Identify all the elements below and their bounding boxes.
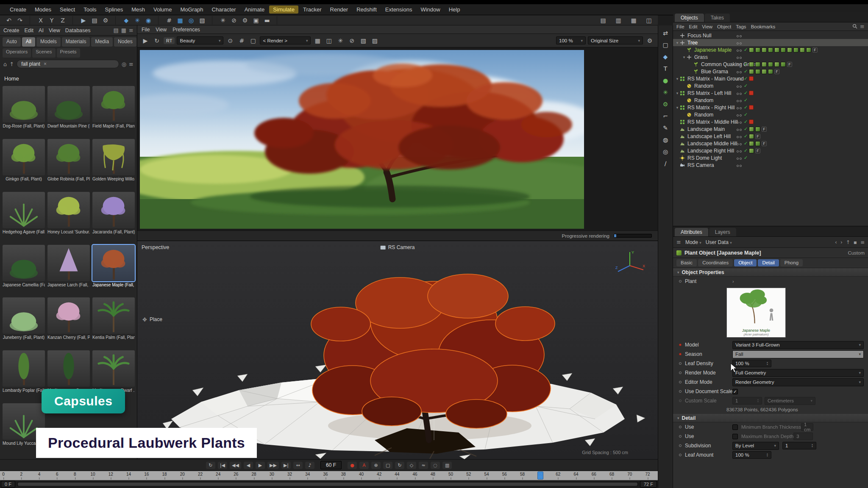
denoise-icon[interactable]: ▧ bbox=[359, 36, 368, 45]
text-tool-icon[interactable]: T bbox=[660, 64, 671, 74]
custom-scale-field[interactable]: 1▲▼ bbox=[732, 397, 762, 405]
filter-tab-models[interactable]: Models bbox=[36, 37, 61, 47]
star-icon[interactable]: ✳ bbox=[336, 36, 345, 45]
render-start-icon[interactable]: ▶ bbox=[141, 36, 150, 45]
material-tag[interactable] bbox=[749, 127, 754, 132]
om-item-landscape-main[interactable]: Landscape Main✓F bbox=[673, 125, 868, 133]
key-dot[interactable] bbox=[679, 362, 682, 365]
refresh-render-icon[interactable]: ↻ bbox=[152, 36, 161, 45]
render-region-button[interactable]: ▤ bbox=[90, 16, 99, 25]
timeline-scrollbar[interactable] bbox=[17, 482, 638, 486]
home-icon[interactable]: ⌂ bbox=[3, 61, 7, 67]
visibility-toggles[interactable] bbox=[737, 119, 743, 125]
filter-tab-media[interactable]: Media bbox=[91, 37, 113, 47]
visibility-toggles[interactable] bbox=[737, 76, 743, 82]
key-dot[interactable] bbox=[679, 444, 682, 447]
visibility-toggles[interactable] bbox=[737, 54, 743, 60]
dynamics-gear-icon[interactable]: ⚙ bbox=[660, 99, 671, 109]
collapse-arrow-icon[interactable]: ▾ bbox=[675, 77, 680, 81]
attr-menu-icon[interactable]: ≡ bbox=[860, 239, 865, 245]
snap-icon[interactable]: ◎ bbox=[186, 16, 196, 25]
use-max-branch-checkbox[interactable] bbox=[732, 434, 738, 439]
category-tab-presets[interactable]: Presets bbox=[57, 48, 80, 58]
sound-icon[interactable]: ♪ bbox=[305, 462, 314, 469]
grid-icon[interactable]: # bbox=[164, 16, 174, 25]
enabled-check-icon[interactable]: ✓ bbox=[744, 90, 748, 96]
menu-extensions[interactable]: Extensions bbox=[381, 6, 416, 14]
om-menu-object[interactable]: Object bbox=[717, 24, 731, 29]
material-tag[interactable] bbox=[762, 69, 767, 74]
om-menu-edit[interactable]: Edit bbox=[689, 24, 698, 29]
fit-timeline-icon[interactable]: ↔ bbox=[293, 462, 303, 469]
timeline-ruler[interactable]: 0246810121416182022242628303234363840424… bbox=[0, 471, 658, 480]
subdivision-dropdown[interactable]: By Level▾ bbox=[732, 442, 779, 450]
spline-pen-icon[interactable]: ✎ bbox=[660, 123, 671, 133]
material-tag[interactable] bbox=[755, 47, 760, 53]
layout-custom-icon[interactable]: ◫ bbox=[644, 16, 654, 25]
key-dot[interactable] bbox=[679, 353, 682, 355]
enabled-check-icon[interactable]: ✓ bbox=[744, 126, 748, 132]
play-button[interactable]: ▶ bbox=[256, 462, 265, 469]
simulate-solver-icon[interactable]: ◉ bbox=[144, 16, 153, 25]
detail-header[interactable]: ▾Detail bbox=[673, 414, 868, 422]
key-dot[interactable] bbox=[679, 435, 682, 438]
knife-icon[interactable]: ∕ bbox=[660, 158, 671, 169]
ipr-menu-view[interactable]: View bbox=[156, 27, 167, 33]
leaf-density-field[interactable]: 100 %▲▼ bbox=[732, 360, 771, 367]
om-item-landscape-right-hill[interactable]: Landscape Right Hill✓F bbox=[673, 147, 868, 154]
material-tag[interactable] bbox=[749, 148, 754, 153]
material-tag[interactable] bbox=[749, 47, 754, 53]
redo-icon[interactable]: ↷ bbox=[15, 16, 25, 25]
category-tab-operators[interactable]: Operators bbox=[3, 48, 31, 58]
leaf-amount-field[interactable]: 100 %▲▼ bbox=[732, 451, 771, 459]
om-item-rs-camera[interactable]: RS Camera bbox=[673, 161, 868, 169]
asset-lombardy-poplar-fall[interactable]: Lombardy Poplar (Fall... bbox=[3, 350, 45, 401]
timeline-playhead[interactable] bbox=[537, 471, 543, 480]
mode-menu[interactable]: Mode ▾ bbox=[685, 239, 701, 245]
visibility-toggles[interactable] bbox=[737, 133, 743, 139]
material-tag[interactable] bbox=[755, 69, 760, 74]
visibility-toggles[interactable] bbox=[737, 126, 743, 132]
link-icon[interactable]: ⊙ bbox=[225, 36, 235, 45]
asset-kentia-palm-fall-plant[interactable]: Kentia Palm (Fall, Plant) bbox=[92, 297, 135, 348]
filter-icon[interactable]: ≡ bbox=[860, 23, 865, 30]
menu-tracker[interactable]: Tracker bbox=[299, 6, 326, 14]
ab-options-icon[interactable]: ≡ bbox=[129, 27, 134, 33]
asset-japanese-larch-fall[interactable]: Japanese Larch (Fall, ... bbox=[47, 245, 90, 295]
material-tag[interactable] bbox=[768, 69, 773, 74]
menu-create[interactable]: Create bbox=[6, 6, 30, 14]
ab-menu-ai[interactable]: AI bbox=[39, 28, 44, 33]
om-tab-takes[interactable]: Takes bbox=[705, 14, 730, 22]
visibility-toggles[interactable] bbox=[737, 112, 743, 118]
transfer-tool-icon[interactable]: ⇄ bbox=[660, 28, 671, 38]
record-pla-icon[interactable]: ≈ bbox=[419, 462, 428, 469]
range-end-field[interactable]: 72 F bbox=[640, 481, 657, 488]
picture-viewer-icon[interactable]: ▣ bbox=[251, 16, 261, 25]
om-item-random[interactable]: Random✓ bbox=[673, 82, 868, 89]
om-item-japanese-maple[interactable]: Japanese Maple✓F bbox=[673, 46, 868, 53]
modeling-cube-icon[interactable]: ◆ bbox=[660, 52, 671, 62]
plane-tool-icon[interactable]: ▢ bbox=[660, 40, 671, 50]
redshift-object-tag[interactable] bbox=[749, 91, 754, 95]
asset-japanese-maple-fall[interactable]: Japanese Maple (Fall, ... bbox=[92, 245, 135, 295]
record-button[interactable]: ● bbox=[348, 462, 357, 469]
quantize-icon[interactable]: ▦ bbox=[175, 16, 185, 25]
flag-tag[interactable]: F bbox=[762, 141, 767, 146]
workplane-icon[interactable]: ▧ bbox=[198, 16, 207, 25]
max-branch-depth-field[interactable]: 3 bbox=[793, 433, 813, 440]
collapse-arrow-icon[interactable]: ▾ bbox=[675, 41, 680, 45]
om-menu-bookmarks[interactable]: Bookmarks bbox=[751, 24, 776, 29]
visibility-toggles[interactable] bbox=[737, 61, 743, 67]
custom-button[interactable]: Custom bbox=[848, 250, 865, 255]
render-pass-dropdown[interactable]: Beauty▾ bbox=[177, 36, 223, 44]
om-item-landscape-left-hill[interactable]: Landscape Left Hill✓F bbox=[673, 133, 868, 140]
menu-help[interactable]: Help bbox=[445, 6, 464, 14]
attr-panel-tab-layers[interactable]: Layers bbox=[709, 228, 736, 236]
ab-compare-icon[interactable]: ⊘ bbox=[347, 36, 356, 45]
flag-tag[interactable]: F bbox=[774, 69, 779, 74]
flag-tag[interactable]: F bbox=[787, 62, 792, 67]
mograph-icon[interactable]: ✳ bbox=[218, 16, 228, 25]
ab-menu-create[interactable]: Create bbox=[3, 28, 19, 33]
material-tag[interactable] bbox=[755, 62, 760, 67]
axis-z-button[interactable]: Z bbox=[58, 16, 67, 25]
